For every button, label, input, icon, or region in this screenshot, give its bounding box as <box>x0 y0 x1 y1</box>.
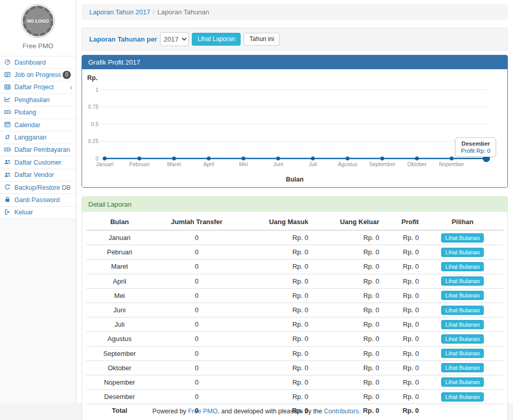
cell-uang-masuk: Rp. 0 <box>241 332 311 346</box>
cell-jumlah-transfer: 0 <box>153 390 241 404</box>
lihat-bulanan-button[interactable]: Lihat Bulanan <box>441 262 484 271</box>
cell-uang-masuk: Rp. 0 <box>241 390 311 404</box>
cell-profit: Rp. 0 <box>382 274 422 288</box>
chart-panel-body: Rp. 00.250.50.751JanuariPebruariMaretApr… <box>82 69 507 187</box>
chart-y-unit-label: Rp. <box>87 74 502 82</box>
sidebar-item-job-on-progress[interactable]: Job on Progress0 <box>0 69 76 81</box>
report-table-body: Januari0Rp. 0Rp. 0Rp. 0Lihat BulananPebr… <box>86 230 503 416</box>
lihat-bulanan-button[interactable]: Lihat Bulanan <box>441 276 484 286</box>
sidebar-item-piutang[interactable]: Piutang <box>0 107 76 119</box>
cell-jumlah-transfer: 0 <box>153 245 241 259</box>
sidebar-item-backup-restore-db[interactable]: Backup/Restore DB <box>0 182 76 194</box>
svg-text:0.5: 0.5 <box>91 121 98 127</box>
svg-text:Januari: Januari <box>96 161 113 167</box>
table-row: Desember0Rp. 0Rp. 0Rp. 0Lihat Bulanan <box>86 390 503 404</box>
money-icon <box>4 109 12 116</box>
cell-profit: Rp. 0 <box>382 259 422 274</box>
cell-profit: Rp. 0 <box>382 245 422 259</box>
sidebar-item-langganan[interactable]: Langganan <box>0 131 76 144</box>
cell-pilihan: Lihat Bulanan <box>422 375 503 389</box>
cell-jumlah-transfer: 0 <box>153 346 241 361</box>
footer-text-prefix: Powered by <box>152 408 188 415</box>
sidebar-item-label: Job on Progress <box>14 71 61 78</box>
cell-bulan: Pebruari <box>86 245 153 259</box>
sidebar-item-ganti-password[interactable]: Ganti Password <box>0 194 76 206</box>
cell-uang-keluar: Rp. 0 <box>311 274 382 288</box>
cell-pilihan: Lihat Bulanan <box>422 317 503 332</box>
cell-jumlah-transfer: 0 <box>153 317 241 332</box>
sidebar-item-daftar-customer[interactable]: Daftar Customer <box>0 156 76 169</box>
chart-x-axis-label: Bulan <box>87 175 502 185</box>
main-content: Laporan Tahun 2017/Laporan Tahunan Lapor… <box>76 0 513 403</box>
lihat-bulanan-button[interactable]: Lihat Bulanan <box>441 291 484 300</box>
cell-jumlah-transfer: 0 <box>153 259 241 274</box>
sidebar-item-daftar-vendor[interactable]: Daftar Vendor <box>0 169 76 182</box>
sidebar-item-penghasilan[interactable]: Penghasilan <box>0 94 76 106</box>
sign-out-icon <box>4 209 12 216</box>
cell-uang-masuk: Rp. 0 <box>241 346 311 361</box>
app-name: Free PMO <box>0 42 76 50</box>
footer-link-free-pmo[interactable]: Free PMO <box>188 408 218 415</box>
filter-label: Laporan Tahunan per <box>89 35 157 43</box>
sidebar-item-label: Daftar Pembayaran <box>14 146 70 153</box>
total-profit: Rp. 0 <box>382 404 422 417</box>
cell-bulan: Juli <box>86 317 153 332</box>
lihat-bulanan-button[interactable]: Lihat Bulanan <box>441 377 484 387</box>
cell-jumlah-transfer: 0 <box>153 361 241 375</box>
detail-panel-title: Detail Laporan <box>82 197 507 212</box>
lihat-bulanan-button[interactable]: Lihat Bulanan <box>441 320 484 329</box>
col-pilihan: Pilihan <box>422 214 503 230</box>
cell-pilihan: Lihat Bulanan <box>422 230 503 245</box>
profit-chart-svg[interactable]: 00.250.50.751JanuariPebruariMaretAprilMe… <box>87 84 502 175</box>
cell-jumlah-transfer: 0 <box>153 274 241 288</box>
lihat-bulanan-button[interactable]: Lihat Bulanan <box>441 248 484 257</box>
breadcrumb-link-laporan-tahun[interactable]: Laporan Tahun 2017 <box>89 8 150 16</box>
svg-text:April: April <box>203 161 214 167</box>
footer-text-middle: , and developed with pleasure by the <box>218 408 324 415</box>
cell-profit: Rp. 0 <box>382 288 422 303</box>
sidebar-item-label: Calendar <box>14 122 41 129</box>
sidebar-menu: DashboardJob on Progress0Daftar Project‹… <box>0 56 76 219</box>
lihat-bulanan-button[interactable]: Lihat Bulanan <box>441 306 484 315</box>
sidebar-item-label: Daftar Project <box>14 84 53 91</box>
cell-uang-masuk: Rp. 0 <box>241 274 311 288</box>
users-icon <box>4 158 12 166</box>
sidebar-item-calendar[interactable]: Calendar <box>0 119 76 131</box>
cell-pilihan: Lihat Bulanan <box>422 303 503 317</box>
lihat-bulanan-button[interactable]: Lihat Bulanan <box>441 392 484 402</box>
cell-jumlah-transfer: 0 <box>153 288 241 303</box>
lihat-bulanan-button[interactable]: Lihat Bulanan <box>441 233 484 243</box>
col-profit: Profit <box>382 214 422 230</box>
cell-profit: Rp. 0 <box>382 361 422 375</box>
sidebar-item-label: Penghasilan <box>14 96 50 104</box>
lihat-bulanan-button[interactable]: Lihat Bulanan <box>441 363 484 372</box>
cell-pilihan: Lihat Bulanan <box>422 288 503 303</box>
sidebar-item-daftar-project[interactable]: Daftar Project‹ <box>0 82 76 94</box>
cell-jumlah-transfer: 0 <box>153 303 241 317</box>
table-row: Maret0Rp. 0Rp. 0Rp. 0Lihat Bulanan <box>86 259 503 274</box>
refresh-icon <box>4 184 12 191</box>
year-select[interactable]: 2017 <box>160 32 189 46</box>
table-row: Nopember0Rp. 0Rp. 0Rp. 0Lihat Bulanan <box>86 375 503 389</box>
cell-pilihan: Lihat Bulanan <box>422 259 503 274</box>
tahun-ini-button[interactable]: Tahun ini <box>244 33 280 46</box>
cell-uang-keluar: Rp. 0 <box>311 230 382 245</box>
lihat-bulanan-button[interactable]: Lihat Bulanan <box>441 334 484 344</box>
cell-uang-keluar: Rp. 0 <box>311 346 382 361</box>
sidebar-item-dashboard[interactable]: Dashboard <box>0 56 76 69</box>
footer-link-contributors[interactable]: Contributors. <box>324 408 361 415</box>
table-row: Oktober0Rp. 0Rp. 0Rp. 0Lihat Bulanan <box>86 361 503 375</box>
cell-uang-keluar: Rp. 0 <box>311 361 382 375</box>
cell-uang-keluar: Rp. 0 <box>311 303 382 317</box>
cell-uang-keluar: Rp. 0 <box>311 317 382 332</box>
table-header-row: Bulan Jumlah Transfer Uang Masuk Uang Ke… <box>86 214 503 230</box>
lihat-laporan-button[interactable]: Lihat Laporan <box>192 33 241 46</box>
sidebar-item-daftar-pembayaran[interactable]: Daftar Pembayaran <box>0 144 76 156</box>
sidebar-item-keluar[interactable]: Keluar <box>0 207 76 219</box>
sidebar-item-label: Dashboard <box>14 59 46 66</box>
col-uang-keluar: Uang Keluar <box>311 214 382 230</box>
sidebar-item-label: Keluar <box>14 209 33 216</box>
cell-profit: Rp. 0 <box>382 317 422 332</box>
cell-profit: Rp. 0 <box>382 303 422 317</box>
lihat-bulanan-button[interactable]: Lihat Bulanan <box>441 349 484 358</box>
